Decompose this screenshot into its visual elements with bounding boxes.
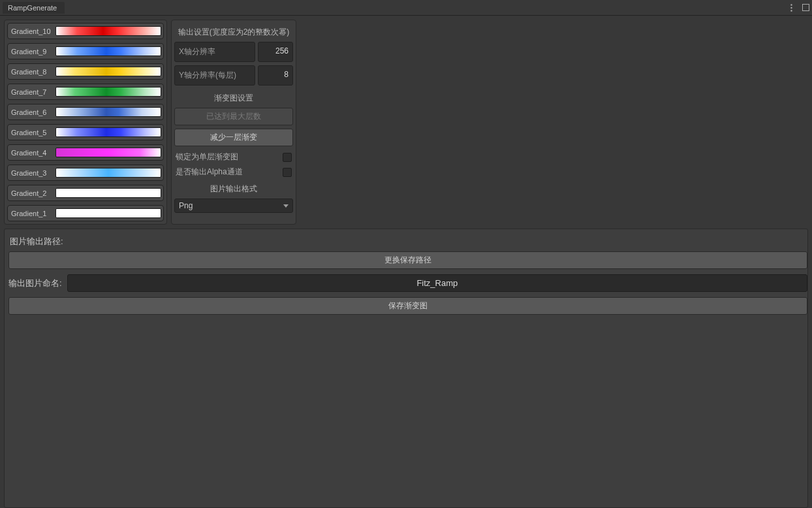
gradient-row[interactable]: Gradient_6 (7, 104, 164, 120)
gradient-row[interactable]: Gradient_9 (7, 43, 164, 59)
gradient-swatch[interactable] (55, 168, 161, 178)
kebab-menu-icon[interactable] (787, 4, 795, 12)
gradient-label: Gradient_9 (10, 48, 55, 56)
lock-single-label: 锁定为单层渐变图 (176, 151, 238, 163)
save-ramp-button[interactable]: 保存渐变图 (8, 297, 807, 315)
x-res-input[interactable]: 256 (258, 42, 293, 62)
x-res-label: X轴分辨率 (174, 42, 255, 62)
gradient-swatch[interactable] (55, 148, 161, 157)
gradient-swatch[interactable] (55, 87, 161, 97)
settings-panel: 输出设置(宽度应为2的整数次幂) X轴分辨率 256 Y轴分辨率(每层) 8 渐… (171, 20, 296, 225)
svg-point-2 (790, 10, 792, 11)
gradients-panel: Gradient_10Gradient_9Gradient_8Gradient_… (4, 20, 167, 225)
gradient-swatch[interactable] (55, 208, 161, 218)
format-value: Png (179, 201, 193, 210)
gradient-swatch[interactable] (55, 46, 161, 56)
gradient-label: Gradient_2 (10, 189, 55, 197)
output-alpha-label: 是否输出Alpha通道 (176, 167, 243, 178)
y-res-input[interactable]: 8 (258, 65, 293, 86)
svg-rect-3 (802, 5, 809, 11)
gradient-swatch[interactable] (55, 127, 161, 137)
gradient-swatch[interactable] (55, 107, 161, 117)
output-panel: 图片输出路径: 更换保存路径 输出图片命名: Fitz_Ramp 保存渐变图 (4, 229, 808, 508)
gradient-swatch[interactable] (55, 26, 161, 36)
gradient-label: Gradient_5 (10, 129, 55, 136)
output-settings-title: 输出设置(宽度应为2的整数次幂) (174, 23, 293, 42)
y-res-label: Y轴分辨率(每层) (174, 65, 255, 86)
gradient-label: Gradient_1 (10, 210, 55, 217)
tab-rampgenerate[interactable]: RampGenerate (3, 2, 65, 14)
gradient-row[interactable]: Gradient_3 (7, 165, 164, 181)
gradient-label: Gradient_4 (10, 149, 55, 157)
svg-point-1 (790, 7, 792, 8)
gradient-label: Gradient_7 (10, 88, 55, 96)
output-path-label: 图片输出路径: (8, 233, 807, 251)
change-path-button[interactable]: 更换保存路径 (8, 251, 807, 269)
ramp-settings-title: 渐变图设置 (174, 89, 293, 108)
maximize-icon[interactable] (802, 4, 809, 12)
gradient-row[interactable]: Gradient_8 (7, 63, 164, 80)
output-name-label: 输出图片命名: (8, 278, 62, 289)
gradient-label: Gradient_8 (10, 68, 55, 76)
gradient-label: Gradient_10 (10, 27, 55, 35)
gradient-row[interactable]: Gradient_10 (7, 23, 164, 39)
gradient-swatch[interactable] (55, 67, 161, 76)
format-dropdown[interactable]: Png (174, 198, 293, 213)
gradient-label: Gradient_3 (10, 169, 55, 177)
gradient-row[interactable]: Gradient_5 (7, 124, 164, 140)
gradient-row[interactable]: Gradient_4 (7, 144, 164, 161)
titlebar: RampGenerate (0, 0, 812, 16)
lock-single-checkbox[interactable] (283, 153, 292, 162)
gradient-row[interactable]: Gradient_2 (7, 185, 164, 201)
svg-point-0 (790, 4, 792, 5)
gradient-label: Gradient_6 (10, 108, 55, 116)
max-layers-button: 已达到最大层数 (174, 108, 293, 125)
gradient-row[interactable]: Gradient_1 (7, 205, 164, 221)
gradient-row[interactable]: Gradient_7 (7, 84, 164, 100)
output-name-input[interactable]: Fitz_Ramp (67, 274, 807, 292)
format-title: 图片输出格式 (174, 180, 293, 198)
remove-layer-button[interactable]: 减少一层渐变 (174, 129, 293, 146)
output-alpha-checkbox[interactable] (283, 168, 292, 177)
chevron-down-icon (283, 204, 289, 208)
gradient-swatch[interactable] (55, 188, 161, 198)
